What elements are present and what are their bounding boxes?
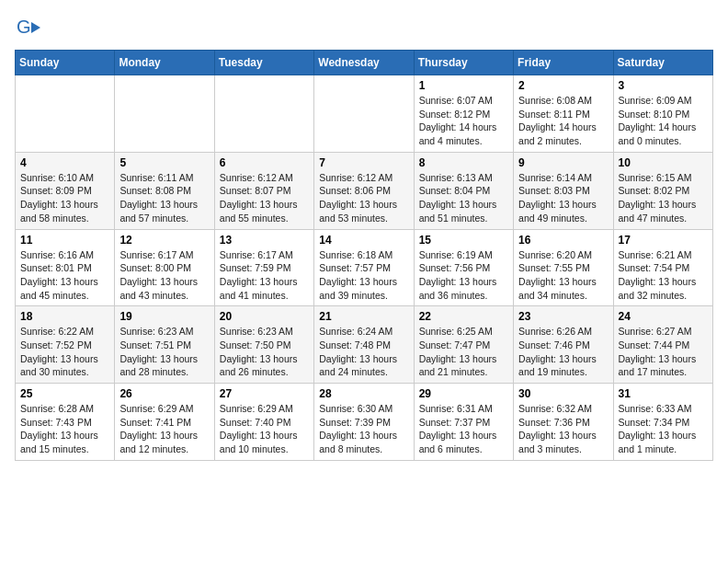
calendar-cell — [16, 75, 115, 153]
calendar-cell: 14Sunrise: 6:18 AMSunset: 7:57 PMDayligh… — [314, 229, 414, 306]
day-number: 13 — [220, 234, 309, 247]
day-info: Sunrise: 6:12 AMSunset: 8:07 PMDaylight:… — [220, 171, 309, 225]
day-info: Sunrise: 6:29 AMSunset: 7:40 PMDaylight:… — [220, 402, 309, 456]
calendar-cell: 21Sunrise: 6:24 AMSunset: 7:48 PMDayligh… — [314, 306, 414, 384]
day-info: Sunrise: 6:31 AMSunset: 7:37 PMDaylight:… — [419, 402, 508, 456]
day-number: 23 — [518, 310, 608, 323]
day-number: 27 — [220, 387, 309, 400]
day-info: Sunrise: 6:27 AMSunset: 7:44 PMDaylight:… — [619, 325, 708, 379]
day-info: Sunrise: 6:12 AMSunset: 8:06 PMDaylight:… — [319, 171, 408, 225]
calendar-cell: 29Sunrise: 6:31 AMSunset: 7:37 PMDayligh… — [414, 384, 513, 461]
day-number: 17 — [619, 234, 708, 247]
day-number: 10 — [619, 156, 708, 169]
day-info: Sunrise: 6:16 AMSunset: 8:01 PMDaylight:… — [20, 248, 109, 303]
day-number: 25 — [20, 387, 109, 400]
calendar-week-row: 18Sunrise: 6:22 AMSunset: 7:52 PMDayligh… — [16, 306, 713, 384]
calendar-cell: 4Sunrise: 6:10 AMSunset: 8:09 PMDaylight… — [16, 152, 115, 229]
day-info: Sunrise: 6:19 AMSunset: 7:56 PMDaylight:… — [419, 248, 508, 303]
calendar-cell: 30Sunrise: 6:32 AMSunset: 7:36 PMDayligh… — [514, 384, 613, 461]
day-number: 29 — [419, 387, 508, 400]
day-info: Sunrise: 6:28 AMSunset: 7:43 PMDaylight:… — [20, 402, 109, 456]
calendar-cell — [314, 75, 414, 153]
weekday-header-thursday: Thursday — [414, 51, 513, 75]
day-number: 16 — [518, 234, 608, 247]
day-info: Sunrise: 6:20 AMSunset: 7:55 PMDaylight:… — [518, 248, 608, 303]
day-number: 7 — [319, 156, 408, 169]
calendar-week-row: 4Sunrise: 6:10 AMSunset: 8:09 PMDaylight… — [16, 152, 713, 229]
calendar-cell: 8Sunrise: 6:13 AMSunset: 8:04 PMDaylight… — [414, 152, 513, 229]
day-number: 14 — [319, 234, 408, 247]
weekday-header-saturday: Saturday — [613, 51, 712, 75]
day-number: 22 — [419, 310, 508, 323]
calendar-cell: 1Sunrise: 6:07 AMSunset: 8:12 PMDaylight… — [414, 75, 513, 153]
calendar-week-row: 1Sunrise: 6:07 AMSunset: 8:12 PMDaylight… — [16, 75, 713, 153]
day-info: Sunrise: 6:21 AMSunset: 7:54 PMDaylight:… — [619, 248, 708, 303]
svg-marker-1 — [31, 22, 40, 33]
day-info: Sunrise: 6:33 AMSunset: 7:34 PMDaylight:… — [619, 402, 708, 456]
calendar-cell: 6Sunrise: 6:12 AMSunset: 8:07 PMDaylight… — [214, 152, 313, 229]
day-number: 8 — [419, 156, 508, 169]
day-info: Sunrise: 6:07 AMSunset: 8:12 PMDaylight:… — [419, 94, 508, 148]
calendar-cell: 25Sunrise: 6:28 AMSunset: 7:43 PMDayligh… — [16, 384, 115, 461]
calendar-cell: 31Sunrise: 6:33 AMSunset: 7:34 PMDayligh… — [613, 384, 712, 461]
calendar-cell: 12Sunrise: 6:17 AMSunset: 8:00 PMDayligh… — [115, 229, 214, 306]
day-info: Sunrise: 6:25 AMSunset: 7:47 PMDaylight:… — [419, 325, 508, 379]
weekday-header-tuesday: Tuesday — [214, 51, 313, 75]
weekday-header-friday: Friday — [514, 51, 613, 75]
day-number: 20 — [220, 310, 309, 323]
calendar-week-row: 25Sunrise: 6:28 AMSunset: 7:43 PMDayligh… — [16, 384, 713, 461]
calendar-cell: 5Sunrise: 6:11 AMSunset: 8:08 PMDaylight… — [115, 152, 214, 229]
logo-icon: G — [15, 15, 40, 40]
day-info: Sunrise: 6:22 AMSunset: 7:52 PMDaylight:… — [20, 325, 109, 379]
calendar-cell — [214, 75, 313, 153]
calendar-header: SundayMondayTuesdayWednesdayThursdayFrid… — [16, 51, 713, 75]
day-number: 15 — [419, 234, 508, 247]
day-info: Sunrise: 6:23 AMSunset: 7:51 PMDaylight:… — [119, 325, 209, 379]
logo: G — [15, 15, 44, 40]
day-number: 19 — [119, 310, 209, 323]
weekday-header-sunday: Sunday — [16, 51, 115, 75]
weekday-header-monday: Monday — [115, 51, 214, 75]
calendar-cell: 13Sunrise: 6:17 AMSunset: 7:59 PMDayligh… — [214, 229, 313, 306]
page-header: G — [15, 15, 713, 40]
day-info: Sunrise: 6:14 AMSunset: 8:03 PMDaylight:… — [518, 171, 608, 225]
day-info: Sunrise: 6:29 AMSunset: 7:41 PMDaylight:… — [119, 402, 209, 456]
day-number: 21 — [319, 310, 408, 323]
weekday-header-wednesday: Wednesday — [314, 51, 414, 75]
day-info: Sunrise: 6:08 AMSunset: 8:11 PMDaylight:… — [518, 94, 608, 148]
calendar-cell: 24Sunrise: 6:27 AMSunset: 7:44 PMDayligh… — [613, 306, 712, 384]
day-number: 31 — [619, 387, 708, 400]
day-info: Sunrise: 6:09 AMSunset: 8:10 PMDaylight:… — [619, 94, 708, 148]
calendar-cell: 23Sunrise: 6:26 AMSunset: 7:46 PMDayligh… — [514, 306, 613, 384]
calendar-cell: 7Sunrise: 6:12 AMSunset: 8:06 PMDaylight… — [314, 152, 414, 229]
day-number: 1 — [419, 79, 508, 92]
calendar-cell: 17Sunrise: 6:21 AMSunset: 7:54 PMDayligh… — [613, 229, 712, 306]
day-info: Sunrise: 6:32 AMSunset: 7:36 PMDaylight:… — [518, 402, 608, 456]
calendar-body: 1Sunrise: 6:07 AMSunset: 8:12 PMDaylight… — [16, 75, 713, 461]
calendar-cell — [115, 75, 214, 153]
day-number: 3 — [619, 79, 708, 92]
calendar-cell: 3Sunrise: 6:09 AMSunset: 8:10 PMDaylight… — [613, 75, 712, 153]
day-info: Sunrise: 6:10 AMSunset: 8:09 PMDaylight:… — [20, 171, 109, 225]
day-number: 24 — [619, 310, 708, 323]
day-info: Sunrise: 6:17 AMSunset: 8:00 PMDaylight:… — [119, 248, 209, 303]
day-info: Sunrise: 6:11 AMSunset: 8:08 PMDaylight:… — [119, 171, 209, 225]
day-info: Sunrise: 6:24 AMSunset: 7:48 PMDaylight:… — [319, 325, 408, 379]
day-number: 28 — [319, 387, 408, 400]
day-number: 30 — [518, 387, 608, 400]
day-info: Sunrise: 6:15 AMSunset: 8:02 PMDaylight:… — [619, 171, 708, 225]
day-info: Sunrise: 6:17 AMSunset: 7:59 PMDaylight:… — [220, 248, 309, 303]
day-number: 5 — [119, 156, 209, 169]
weekday-row: SundayMondayTuesdayWednesdayThursdayFrid… — [16, 51, 713, 75]
day-number: 11 — [20, 234, 109, 247]
day-info: Sunrise: 6:23 AMSunset: 7:50 PMDaylight:… — [220, 325, 309, 379]
day-number: 2 — [518, 79, 608, 92]
calendar-cell: 18Sunrise: 6:22 AMSunset: 7:52 PMDayligh… — [16, 306, 115, 384]
day-info: Sunrise: 6:18 AMSunset: 7:57 PMDaylight:… — [319, 248, 408, 303]
day-number: 4 — [20, 156, 109, 169]
calendar-cell: 28Sunrise: 6:30 AMSunset: 7:39 PMDayligh… — [314, 384, 414, 461]
day-info: Sunrise: 6:26 AMSunset: 7:46 PMDaylight:… — [518, 325, 608, 379]
day-number: 26 — [119, 387, 209, 400]
calendar-cell: 10Sunrise: 6:15 AMSunset: 8:02 PMDayligh… — [613, 152, 712, 229]
day-number: 18 — [20, 310, 109, 323]
